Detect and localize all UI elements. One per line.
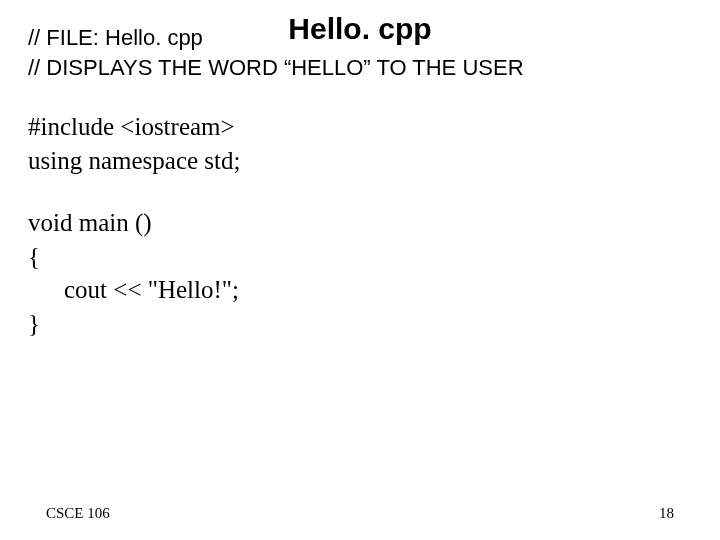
code-brace-open: {: [28, 240, 692, 274]
code-brace-close: }: [28, 307, 692, 341]
code-main-section: void main () { cout << "Hello!"; }: [28, 206, 692, 341]
footer-page-number: 18: [659, 505, 674, 522]
comment-line-description: // DISPLAYS THE WORD “HELLO” TO THE USER: [28, 53, 692, 83]
code-include: #include <iostream>: [28, 110, 692, 144]
code-main-signature: void main (): [28, 206, 692, 240]
footer-course: CSCE 106: [46, 505, 110, 522]
code-cout-line: cout << "Hello!";: [64, 273, 692, 307]
code-using: using namespace std;: [28, 144, 692, 178]
slide-footer: CSCE 106 18: [0, 505, 720, 522]
code-block: #include <iostream> using namespace std;…: [28, 110, 692, 341]
slide-container: Hello. cpp // FILE: Hello. cpp // DISPLA…: [0, 0, 720, 540]
